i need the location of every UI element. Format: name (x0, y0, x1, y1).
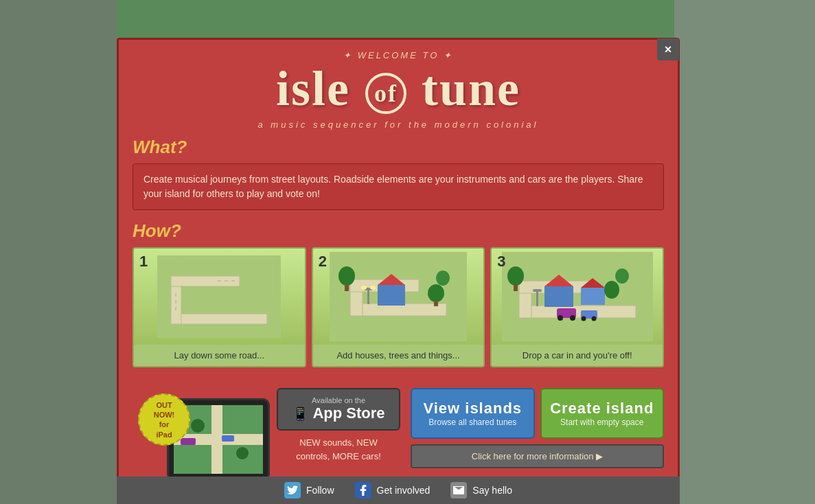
steps-row: 1 (133, 247, 664, 367)
step-2-box: 2 (312, 247, 485, 367)
modal-content: What? Create musical journeys from stree… (119, 137, 678, 388)
step-3-number: 3 (497, 253, 505, 271)
svg-point-17 (370, 286, 376, 290)
svg-point-26 (507, 266, 524, 286)
get-involved-label: Get involved (377, 485, 431, 496)
badge-text: OUTNOW!foriPad (154, 400, 175, 439)
view-islands-title: View islands (419, 400, 527, 417)
step-3-illustration (502, 252, 653, 341)
close-button[interactable]: × (657, 38, 679, 60)
svg-point-43 (191, 419, 205, 433)
twitter-icon (284, 482, 301, 499)
create-island-title: Create island (549, 400, 656, 417)
app-title: isle of tune (133, 64, 664, 114)
welcome-text: ✦ WELCOME TO ✦ (133, 50, 664, 60)
step-2-caption: Add houses, trees and things... (313, 345, 484, 366)
title-of: of (365, 73, 406, 114)
say-hello-label: Say hello (472, 485, 512, 496)
svg-rect-41 (181, 438, 196, 445)
step-3-image: 3 (492, 249, 663, 345)
description-box: Create musical journeys from street layo… (133, 163, 664, 210)
step-2-illustration (330, 252, 467, 341)
svg-rect-19 (519, 306, 636, 318)
svg-point-13 (436, 271, 450, 286)
svg-point-16 (361, 286, 367, 290)
svg-rect-42 (222, 435, 234, 442)
svg-rect-27 (514, 284, 518, 291)
say-hello-item[interactable]: Say hello (450, 482, 512, 499)
svg-rect-10 (345, 284, 349, 291)
step-1-number: 1 (139, 253, 148, 271)
svg-point-36 (581, 317, 586, 321)
app-subtitle: a music sequencer for the modern colonia… (133, 119, 664, 130)
right-panel (674, 0, 815, 504)
ipad-promo: OUTNOW!foriPad (133, 388, 270, 470)
title-tune: tune (408, 61, 520, 116)
footer-bar: Follow Get involved Say hello (117, 477, 680, 504)
svg-point-9 (338, 266, 355, 286)
appstore-area: Available on the 📱 App Store NEW sounds,… (277, 388, 400, 470)
step-2-number: 2 (319, 253, 327, 271)
action-buttons: View islands Browse all shared tunes Cre… (411, 388, 664, 470)
svg-point-11 (428, 284, 444, 302)
step-1-box: 1 (133, 247, 306, 367)
get-involved-item[interactable]: Get involved (355, 482, 431, 499)
out-now-badge: OUTNOW!foriPad (138, 393, 190, 446)
facebook-icon (355, 482, 371, 499)
how-title: How? (133, 220, 664, 242)
new-features-text: NEW sounds, NEWcontrols, MORE cars! (277, 436, 400, 463)
svg-point-37 (591, 317, 596, 321)
email-icon (450, 482, 467, 499)
left-panel (0, 0, 117, 504)
follow-label: Follow (306, 485, 334, 496)
svg-rect-12 (434, 301, 438, 306)
action-row: View islands Browse all shared tunes Cre… (411, 388, 664, 439)
appstore-big-text: App Store (312, 404, 384, 422)
appstore-small-text: Available on the (288, 396, 389, 404)
create-island-subtitle: Start with empty space (549, 417, 656, 427)
view-islands-button[interactable]: View islands Browse all shared tunes (411, 388, 535, 439)
welcome-modal: × ✦ WELCOME TO ✦ isle of tune a music se… (117, 38, 680, 483)
svg-rect-7 (378, 285, 405, 306)
svg-rect-40 (211, 405, 222, 474)
svg-point-28 (604, 281, 619, 299)
svg-rect-22 (544, 286, 573, 307)
step-2-image: 2 (313, 249, 484, 345)
svg-point-34 (558, 315, 563, 321)
modal-header: ✦ WELCOME TO ✦ isle of tune a music sequ… (119, 40, 678, 137)
bottom-section: OUTNOW!foriPad (119, 388, 678, 481)
step-1-image: 1 (134, 249, 305, 345)
view-islands-subtitle: Browse all shared tunes (419, 417, 527, 427)
step-3-caption: Drop a car in and you're off! (492, 345, 663, 366)
phone-icon: 📱 (292, 405, 309, 422)
more-info-button[interactable]: Click here for more information ▶ (411, 444, 664, 468)
svg-point-35 (570, 315, 575, 321)
svg-point-29 (615, 268, 629, 284)
step-1-caption: Lay down some road... (134, 345, 305, 366)
create-island-button[interactable]: Create island Start with empty space (540, 388, 665, 439)
svg-rect-24 (581, 288, 605, 305)
step-1-illustration (157, 255, 281, 338)
what-title: What? (133, 137, 664, 158)
svg-point-44 (236, 447, 249, 459)
follow-item[interactable]: Follow (284, 482, 334, 499)
svg-rect-31 (533, 289, 542, 292)
title-isle: isle (276, 61, 364, 116)
step-3-box: 3 (490, 247, 664, 367)
appstore-button[interactable]: Available on the 📱 App Store (277, 388, 400, 431)
